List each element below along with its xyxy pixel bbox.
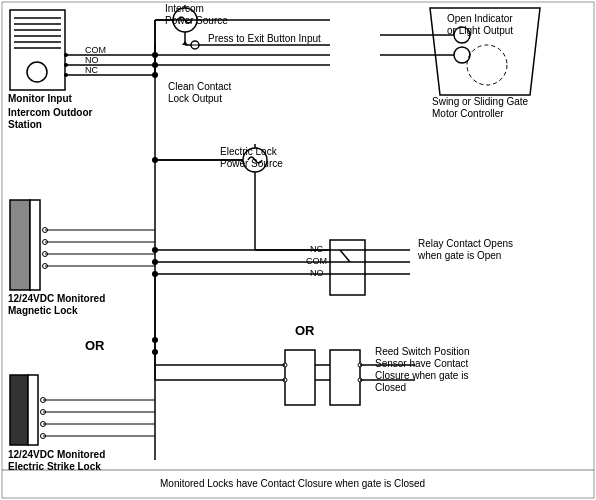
svg-text:or Light Output: or Light Output (447, 25, 513, 36)
svg-text:Closure when gate is: Closure when gate is (375, 370, 468, 381)
svg-text:Electric Lock: Electric Lock (220, 146, 278, 157)
svg-rect-71 (30, 200, 40, 290)
svg-point-65 (152, 247, 158, 253)
svg-text:Intercom Outdoor: Intercom Outdoor (8, 107, 93, 118)
svg-text:NO: NO (85, 55, 99, 65)
svg-point-66 (152, 259, 158, 265)
svg-text:COM: COM (85, 45, 106, 55)
svg-text:Magnetic Lock: Magnetic Lock (8, 305, 78, 316)
svg-text:Reed Switch Position: Reed Switch Position (375, 346, 470, 357)
svg-text:Station: Station (8, 119, 42, 130)
svg-text:Monitor Input: Monitor Input (8, 93, 73, 104)
svg-rect-81 (28, 375, 38, 445)
svg-rect-70 (10, 200, 30, 290)
svg-text:12/24VDC Monitored: 12/24VDC Monitored (8, 293, 105, 304)
svg-text:Closed: Closed (375, 382, 406, 393)
svg-text:COM: COM (306, 256, 327, 266)
svg-text:NO: NO (310, 268, 324, 278)
svg-text:OR: OR (85, 338, 105, 353)
svg-text:Electric Strike Lock: Electric Strike Lock (8, 461, 101, 472)
svg-point-9 (27, 62, 47, 82)
svg-text:Open Indicator: Open Indicator (447, 13, 513, 24)
wiring-diagram: COM NO NC (0, 0, 596, 500)
svg-text:Monitored Locks have Contact C: Monitored Locks have Contact Closure whe… (160, 478, 425, 489)
svg-text:Lock Output: Lock Output (168, 93, 222, 104)
svg-text:Swing or Sliding Gate: Swing or Sliding Gate (432, 96, 529, 107)
svg-text:Intercom: Intercom (165, 3, 204, 14)
svg-text:Clean Contact: Clean Contact (168, 81, 232, 92)
svg-text:Sensor have Contact: Sensor have Contact (375, 358, 469, 369)
svg-text:NC: NC (310, 244, 323, 254)
svg-text:12/24VDC Monitored: 12/24VDC Monitored (8, 449, 105, 460)
svg-rect-91 (330, 350, 360, 405)
svg-text:Motor Controller: Motor Controller (432, 108, 504, 119)
svg-text:when gate is Open: when gate is Open (417, 250, 501, 261)
svg-text:Relay Contact Opens: Relay Contact Opens (418, 238, 513, 249)
svg-rect-90 (285, 350, 315, 405)
svg-rect-80 (10, 375, 28, 445)
svg-rect-44 (330, 240, 365, 295)
svg-text:Press to Exit Button Input: Press to Exit Button Input (208, 33, 321, 44)
svg-text:OR: OR (295, 323, 315, 338)
svg-text:NC: NC (85, 65, 98, 75)
